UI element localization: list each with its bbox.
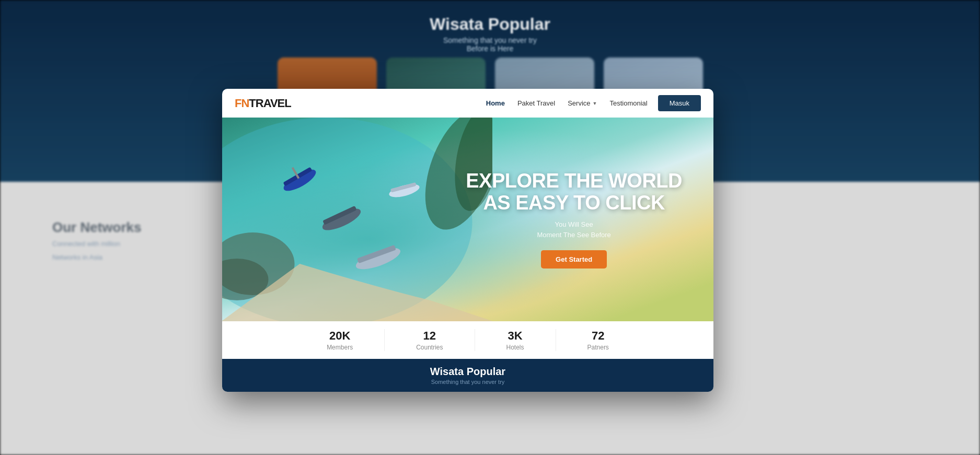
masuk-button[interactable]: Masuk [658, 95, 701, 111]
bottom-section: Wisata Popular Something that you never … [222, 359, 713, 392]
logo-fn: FN [235, 97, 249, 110]
stat-hotels-number: 3K [508, 329, 522, 343]
wisata-popular-title: Wisata Popular [430, 366, 505, 378]
get-started-button[interactable]: Get Started [541, 250, 607, 269]
bottom-inner: Wisata Popular Something that you never … [430, 366, 505, 385]
stat-countries: 12 Countries [385, 329, 475, 351]
service-dropdown-icon: ▼ [593, 101, 597, 106]
stat-members: 20K Members [295, 329, 385, 351]
stat-countries-number: 12 [423, 329, 436, 343]
nav-home[interactable]: Home [486, 99, 505, 107]
main-window: FNTRAVEL Home Paket Travel Service ▼ Tes… [222, 89, 713, 392]
navbar: FNTRAVEL Home Paket Travel Service ▼ Tes… [222, 89, 713, 118]
nav-service[interactable]: Service ▼ [568, 99, 597, 107]
stat-countries-label: Countries [416, 344, 443, 351]
hero-content: EXPLORE THE WORLD AS EASY TO CLICK You W… [466, 170, 682, 269]
stat-hotels: 3K Hotels [475, 329, 556, 351]
logo-travel: TRAVEL [249, 97, 291, 110]
hero-boats-svg [222, 118, 492, 321]
stat-patners-number: 72 [592, 329, 604, 343]
wisata-popular-subtitle: Something that you never try [430, 379, 505, 385]
nav-paket-travel[interactable]: Paket Travel [517, 99, 555, 107]
bg-wisata-title: Wisata Popular Something that you never … [430, 15, 550, 53]
stat-members-number: 20K [329, 329, 350, 343]
stat-hotels-label: Hotels [506, 344, 524, 351]
stats-bar: 20K Members 12 Countries 3K Hotels 72 Pa… [222, 321, 713, 359]
nav-testimonial[interactable]: Testiomonial [609, 99, 647, 107]
hero-section: EXPLORE THE WORLD AS EASY TO CLICK You W… [222, 118, 713, 321]
hero-subtitle: You Will See Moment The See Before [466, 219, 682, 241]
stat-patners-label: Patners [587, 344, 609, 351]
hero-title: EXPLORE THE WORLD AS EASY TO CLICK [466, 170, 682, 214]
stat-members-label: Members [327, 344, 353, 351]
bg-networks: Our Networks Connected with million Netw… [52, 219, 142, 262]
stat-patners: 72 Patners [556, 329, 640, 351]
nav-links: Home Paket Travel Service ▼ Testiomonial [486, 99, 648, 107]
nav-logo: FNTRAVEL [235, 97, 291, 110]
